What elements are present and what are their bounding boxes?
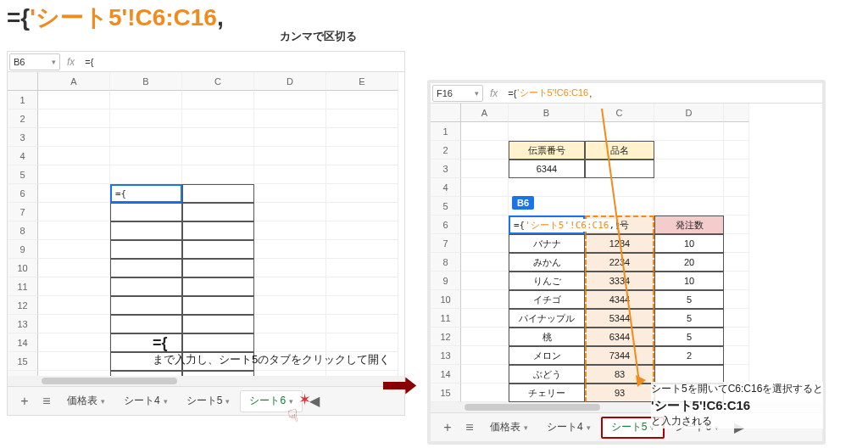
cell[interactable] xyxy=(724,122,749,141)
cell[interactable]: 5 xyxy=(654,309,724,328)
cell[interactable]: 2 xyxy=(654,346,724,365)
cell[interactable] xyxy=(38,91,110,109)
cell[interactable]: 3334 xyxy=(585,272,654,290)
cell[interactable] xyxy=(461,253,509,272)
cell[interactable]: みかん xyxy=(509,253,585,272)
cell[interactable] xyxy=(654,141,724,160)
cell[interactable] xyxy=(110,259,182,277)
cell[interactable] xyxy=(38,109,110,128)
cell[interactable] xyxy=(182,147,254,165)
cell[interactable] xyxy=(461,178,509,197)
col-header[interactable]: B xyxy=(110,72,182,91)
row-header[interactable]: 11 xyxy=(8,277,38,296)
cell[interactable] xyxy=(110,128,182,147)
cell[interactable] xyxy=(724,234,749,253)
cell[interactable] xyxy=(38,184,110,203)
row-header[interactable]: 10 xyxy=(431,290,461,309)
cell[interactable] xyxy=(461,384,509,402)
row-header[interactable]: 13 xyxy=(8,315,38,333)
cell[interactable] xyxy=(38,352,110,371)
cell[interactable] xyxy=(182,259,254,277)
cell[interactable] xyxy=(461,234,509,253)
cell[interactable] xyxy=(182,203,254,221)
cell[interactable] xyxy=(585,122,654,141)
cell[interactable] xyxy=(254,109,326,128)
cell[interactable] xyxy=(182,296,254,315)
cell[interactable]: 10 xyxy=(654,234,724,253)
cell[interactable]: バナナ xyxy=(509,234,585,253)
tab-price[interactable]: 価格表▾ xyxy=(481,417,537,439)
add-sheet-button[interactable]: + xyxy=(437,417,458,438)
cell[interactable]: ={ xyxy=(110,184,182,203)
tab-sheet5[interactable]: シート5▾ xyxy=(178,390,239,412)
cell[interactable]: 4344 xyxy=(585,290,654,309)
cell[interactable]: 5 xyxy=(654,290,724,309)
cell[interactable] xyxy=(461,346,509,365)
cell[interactable] xyxy=(326,147,398,165)
row-header[interactable]: 4 xyxy=(8,147,38,165)
all-sheets-button[interactable]: ≡ xyxy=(36,391,57,412)
cell[interactable] xyxy=(326,296,398,315)
cell[interactable] xyxy=(110,277,182,296)
cell[interactable] xyxy=(461,122,509,141)
row-header[interactable]: 14 xyxy=(8,333,38,352)
col-header[interactable]: C xyxy=(585,104,654,122)
cell[interactable] xyxy=(182,240,254,259)
row-header[interactable]: 9 xyxy=(431,272,461,290)
row-header[interactable]: 6 xyxy=(8,184,38,203)
cell[interactable] xyxy=(461,365,509,384)
cell[interactable] xyxy=(724,365,749,384)
cell[interactable] xyxy=(724,309,749,328)
row-header[interactable]: 1 xyxy=(8,91,38,109)
cell[interactable] xyxy=(254,296,326,315)
cell[interactable] xyxy=(724,197,749,216)
cell[interactable] xyxy=(254,277,326,296)
row-header[interactable]: 12 xyxy=(8,296,38,315)
cell[interactable]: 5 xyxy=(654,328,724,346)
cell[interactable] xyxy=(461,328,509,346)
cell[interactable] xyxy=(254,147,326,165)
cell[interactable] xyxy=(461,216,509,234)
cell[interactable] xyxy=(724,346,749,365)
cell[interactable] xyxy=(110,165,182,184)
cell[interactable] xyxy=(254,259,326,277)
tab-sheet4[interactable]: シート4▾ xyxy=(538,417,599,439)
cell[interactable]: 93 xyxy=(585,384,654,402)
horizontal-scrollbar[interactable] xyxy=(8,376,404,386)
cell[interactable]: 83 xyxy=(585,365,654,384)
grid-right[interactable]: ABCD12伝票番号品名36344456={'シート5'!C6:C16,番号発注… xyxy=(431,104,822,421)
cell[interactable] xyxy=(110,240,182,259)
cell[interactable] xyxy=(182,184,254,203)
cell[interactable]: 5344 xyxy=(585,309,654,328)
col-header[interactable]: E xyxy=(326,72,398,91)
cell[interactable] xyxy=(461,290,509,309)
cell[interactable] xyxy=(724,216,749,234)
row-header[interactable]: 15 xyxy=(431,384,461,402)
cell[interactable] xyxy=(38,240,110,259)
cell[interactable] xyxy=(182,128,254,147)
cell[interactable] xyxy=(254,165,326,184)
col-header[interactable]: D xyxy=(254,72,326,91)
cell[interactable]: 2234 xyxy=(585,253,654,272)
cell[interactable]: 6344 xyxy=(509,160,585,178)
cell[interactable] xyxy=(326,91,398,109)
cell[interactable] xyxy=(461,197,509,216)
formula-input[interactable]: ={'シート5'!C6:C16, xyxy=(504,85,821,102)
col-header[interactable]: A xyxy=(38,72,110,91)
formula-input[interactable]: ={ xyxy=(81,53,403,70)
cell[interactable] xyxy=(38,128,110,147)
cell[interactable]: パイナップル xyxy=(509,309,585,328)
cell[interactable] xyxy=(254,315,326,333)
cell[interactable] xyxy=(326,315,398,333)
cell[interactable] xyxy=(724,141,749,160)
cell[interactable] xyxy=(326,259,398,277)
cell[interactable] xyxy=(254,221,326,240)
cell[interactable] xyxy=(724,328,749,346)
row-header[interactable]: 1 xyxy=(431,122,461,141)
row-header[interactable]: 9 xyxy=(8,240,38,259)
cell[interactable] xyxy=(585,160,654,178)
cell[interactable] xyxy=(326,184,398,203)
cell[interactable]: 伝票番号 xyxy=(509,141,585,160)
cell[interactable] xyxy=(654,178,724,197)
cell[interactable] xyxy=(254,184,326,203)
